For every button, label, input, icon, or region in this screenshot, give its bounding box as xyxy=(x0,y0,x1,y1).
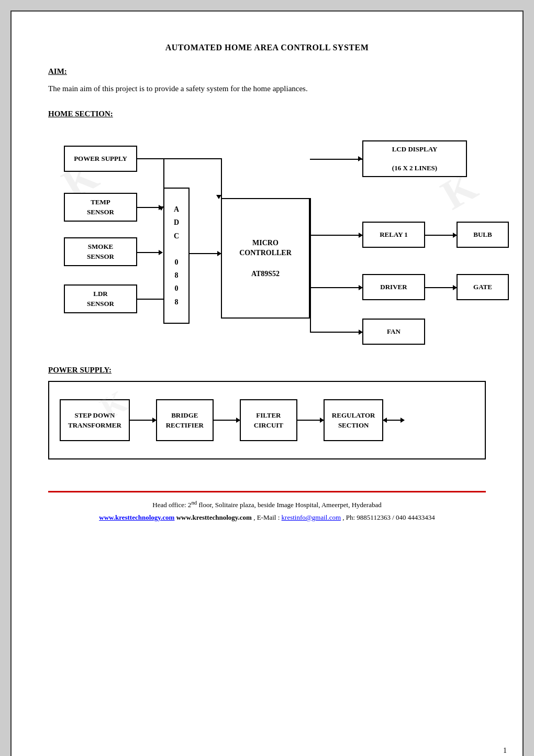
relay1-block: RELAY 1 xyxy=(362,222,425,248)
footer-contact: www.kresttechnology.com www.kresttechnol… xyxy=(48,511,486,523)
main-title: AUTOMATED HOME AREA CONTROLL SYSTEM xyxy=(48,43,486,52)
power-supply-diagram: K STEP DOWNTRANSFORMER BRIDGERECTIFIER F… xyxy=(48,381,486,459)
arrow-filter-regulator xyxy=(297,420,324,421)
page: AUTOMATED HOME AREA CONTROLL SYSTEM AIM:… xyxy=(10,10,524,756)
arrow-bridge-filter xyxy=(214,420,240,421)
bulb-block: BULB xyxy=(457,222,509,248)
lcd-display-block: LCD DISPLAY(16 X 2 LINES) xyxy=(362,140,467,177)
power-supply-block: POWER SUPPLY xyxy=(64,146,137,172)
page-number: 1 xyxy=(503,747,507,755)
footer-phone: , Ph: 9885112363 / 040 44433434 xyxy=(342,513,435,521)
footer: Head office: 2nd floor, Solitaire plaza,… xyxy=(48,491,486,523)
aim-text: The main aim of this project is to provi… xyxy=(48,82,486,95)
footer-website-text: www.kresttechnology.com xyxy=(176,513,252,521)
step-down-block: STEP DOWNTRANSFORMER xyxy=(60,399,130,441)
driver-block: DRIVER xyxy=(362,274,425,300)
footer-website[interactable]: www.kresttechnology.com xyxy=(99,513,174,521)
home-section-diagram: K K POWER SUPPLY TEMPSENSOR SMOKESENSOR … xyxy=(48,125,486,350)
fan-block: FAN xyxy=(362,319,425,345)
bridge-rectifier-block: BRIDGERECTIFIER xyxy=(156,399,214,441)
aim-heading: AIM: xyxy=(48,67,486,76)
gate-block: GATE xyxy=(457,274,509,300)
home-section-heading: HOME SECTION: xyxy=(48,109,486,118)
footer-address: Head office: 2nd floor, Solitaire plaza,… xyxy=(48,498,486,511)
ldr-sensor-block: LDRSENSOR xyxy=(64,284,137,313)
regulator-section-block: REGULATORSECTION xyxy=(324,399,384,441)
power-supply-heading: POWER SUPPLY: xyxy=(48,366,486,375)
temp-sensor-block: TEMPSENSOR xyxy=(64,193,137,222)
adc-block: ADC0808 xyxy=(163,188,190,324)
micro-controller-block: MICROCONTROLLERAT89S52 xyxy=(221,198,310,319)
footer-email-label: E-Mail : xyxy=(257,513,280,521)
footer-email[interactable]: krestinfo@gmail.com xyxy=(282,513,341,521)
arrow-step-bridge xyxy=(130,420,156,421)
filter-circuit-block: FILTERCIRCUIT xyxy=(240,399,297,441)
arrow-regulator-out xyxy=(383,420,404,421)
smoke-sensor-block: SMOKESENSOR xyxy=(64,237,137,266)
